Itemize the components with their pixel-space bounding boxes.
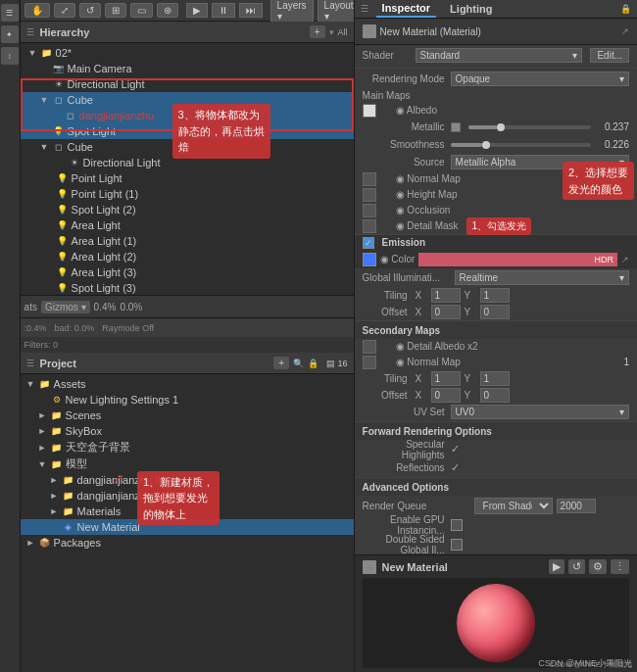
tiling-y-input[interactable] xyxy=(480,288,510,303)
emission-hdr-bar[interactable]: HDR xyxy=(418,253,617,266)
offset2-y[interactable] xyxy=(480,388,510,403)
metallic-slider[interactable] xyxy=(468,125,591,129)
tiling2-y[interactable] xyxy=(480,371,510,386)
project-skybox[interactable]: ► 📁 SkyBox xyxy=(21,423,354,439)
render-queue-value[interactable] xyxy=(557,499,596,513)
inspector-lock-icon[interactable]: 🔒 xyxy=(620,4,631,14)
source-dropdown[interactable]: Metallic Alpha ▾ xyxy=(451,155,629,169)
play-material-btn[interactable]: ▶ xyxy=(549,559,564,574)
project-panel: ☰ Project + 🔍 🔒 ▤ 16 ▼ 📁 Assets xyxy=(21,353,354,672)
main-maps-label: Main Maps xyxy=(363,90,411,101)
gpu-instancing-checkbox[interactable] xyxy=(451,519,629,531)
offset2-x[interactable] xyxy=(431,388,461,403)
normal-map2-thumb xyxy=(363,356,376,369)
tree-item-dirlight2[interactable]: ☀ Directional Light xyxy=(21,155,354,170)
tree-item-spotlight2[interactable]: 💡 Spot Light (2) xyxy=(21,202,354,217)
tree-item-cube2[interactable]: ▼ ◻ Cube xyxy=(21,139,354,155)
tree-item-dangjianjian[interactable]: ◻ dangjianjianzhu xyxy=(21,108,354,123)
gpu-checkbox[interactable] xyxy=(451,519,463,531)
tree-item-pointlight1[interactable]: 💡 Point Light (1) xyxy=(21,186,354,202)
tree-item-02[interactable]: ▼ 📁 02* xyxy=(21,45,354,61)
project-newmat[interactable]: ◈ New Material xyxy=(21,519,354,535)
project-model[interactable]: ▼ 📁 模型 xyxy=(21,456,354,472)
arealight1-icon: 💡 xyxy=(56,234,70,248)
status-fps: :0.4% xyxy=(24,323,47,333)
tree-item-arealight[interactable]: 💡 Area Light xyxy=(21,217,354,233)
project-materials[interactable]: ► 📁 Materials xyxy=(21,504,354,519)
albedo-label: ◉ Albedo xyxy=(380,105,629,116)
sidebar-btn-2[interactable]: ✦ xyxy=(1,25,19,43)
tiling2-x[interactable] xyxy=(431,371,461,386)
project-add-btn[interactable]: + xyxy=(273,357,289,369)
refresh-material-btn[interactable]: ↺ xyxy=(568,559,585,574)
double-sided-check[interactable] xyxy=(451,539,463,551)
tree-label-dirlight2: Directional Light xyxy=(83,157,161,168)
gizmos-btn[interactable]: Gizmos ▾ xyxy=(41,301,90,313)
cube2-icon: ◻ xyxy=(52,140,66,154)
forward-rendering-header: Forward Rendering Options xyxy=(355,421,637,440)
offset-y-input[interactable] xyxy=(480,305,510,319)
project-packages[interactable]: ► 📦 Packages xyxy=(21,535,354,551)
tree-item-maincamera[interactable]: 📷 Main Camera xyxy=(21,61,354,76)
hierarchy-add-btn[interactable]: + xyxy=(310,25,325,38)
hierarchy-filter[interactable]: All xyxy=(338,27,348,37)
sidebar-btn-3[interactable]: ↕ xyxy=(1,47,19,65)
forward-rendering-label: Forward Rendering Options xyxy=(363,426,492,437)
offset-x-input[interactable] xyxy=(431,305,461,319)
tree-item-dirlight[interactable]: ☀ Directional Light xyxy=(21,76,354,92)
rendering-mode-dropdown[interactable]: Opaque ▾ xyxy=(451,72,629,86)
project-scenes[interactable]: ► 📁 Scenes xyxy=(21,408,354,423)
tree-item-arealight2[interactable]: 💡 Area Light (2) xyxy=(21,249,354,264)
tool-hand[interactable]: ✋ xyxy=(24,3,50,18)
offset2-xy: X Y xyxy=(416,388,629,403)
tree-item-cube[interactable]: ▼ ◻ Cube xyxy=(21,92,354,108)
hdr-label: HDR xyxy=(595,255,614,264)
uv-set-dropdown[interactable]: UV0 ▾ xyxy=(451,405,629,419)
tool-scale[interactable]: ⊞ xyxy=(105,3,126,18)
double-sided-checkbox[interactable] xyxy=(451,539,629,551)
sidebar-btn-1[interactable]: ☰ xyxy=(1,4,19,22)
secondary-maps-header: Secondary Maps xyxy=(355,320,637,339)
tool-transform[interactable]: ⊛ xyxy=(157,3,178,18)
render-queue-dropdown[interactable]: From Shader xyxy=(474,498,553,514)
project-assets[interactable]: ▼ 📁 Assets xyxy=(21,376,354,392)
layers-btn[interactable]: Layers ▾ xyxy=(270,0,314,24)
play-btn[interactable]: ▶ xyxy=(186,3,208,18)
specular-label: Specular Highlights xyxy=(363,439,451,460)
step-btn[interactable]: ⏭ xyxy=(239,3,263,18)
tree-item-pointlight[interactable]: 💡 Point Light xyxy=(21,170,354,186)
reflections-check: ✓ xyxy=(451,461,460,474)
tool-rect[interactable]: ▭ xyxy=(130,3,153,18)
tool-move[interactable]: ⤢ xyxy=(54,3,75,18)
project-fbm[interactable]: ► 📁 dangjianjianzhu.fbm xyxy=(21,472,354,488)
tree-item-spotlight3[interactable]: 💡 Spot Light (3) xyxy=(21,280,354,296)
shader-label: Shader xyxy=(363,50,412,61)
more-material-btn[interactable]: ⋮ xyxy=(611,559,629,574)
tree-item-arealight3[interactable]: 💡 Area Light (3) xyxy=(21,264,354,280)
tree-label-spotlight2: Spot Light (2) xyxy=(72,204,136,216)
project-skybox-label: SkyBox xyxy=(66,425,102,437)
tool-rotate[interactable]: ↺ xyxy=(79,3,101,18)
material-thumb xyxy=(363,24,376,38)
gi-dropdown[interactable]: Realtime ▾ xyxy=(455,270,629,285)
tree-item-spotlight[interactable]: 💡 Spot Light xyxy=(21,123,354,139)
project-tiankong[interactable]: ► 📁 天空盒子背景 xyxy=(21,439,354,456)
tab-lighting[interactable]: Lighting xyxy=(444,1,498,17)
settings-material-btn[interactable]: ⚙ xyxy=(589,559,607,574)
project-lightingsettings[interactable]: ⚙ New Lighting Settings 1 xyxy=(21,392,354,408)
tab-inspector[interactable]: Inspector xyxy=(376,0,437,18)
newmat-icon: ◈ xyxy=(62,520,75,534)
tree-item-arealight1[interactable]: 💡 Area Light (1) xyxy=(21,233,354,249)
material-footer-actions: ▶ ↺ ⚙ ⋮ xyxy=(549,559,629,574)
material-open-icon[interactable]: ↗ xyxy=(621,26,629,36)
metallic-row: Metallic 0.237 xyxy=(355,119,637,136)
emission-color-swatch[interactable] xyxy=(363,253,376,266)
pause-btn[interactable]: ⏸ xyxy=(212,3,235,18)
smoothness-slider[interactable] xyxy=(451,143,591,147)
project-dang2[interactable]: ► 📁 dangjianjianzhu xyxy=(21,488,354,504)
normal-map-thumb xyxy=(363,172,376,186)
shader-edit-btn[interactable]: Edit... xyxy=(590,48,629,63)
emission-checkbox[interactable]: ✓ xyxy=(363,237,374,249)
tiling-x-input[interactable] xyxy=(431,288,461,303)
shader-dropdown[interactable]: Standard ▾ xyxy=(416,48,583,63)
